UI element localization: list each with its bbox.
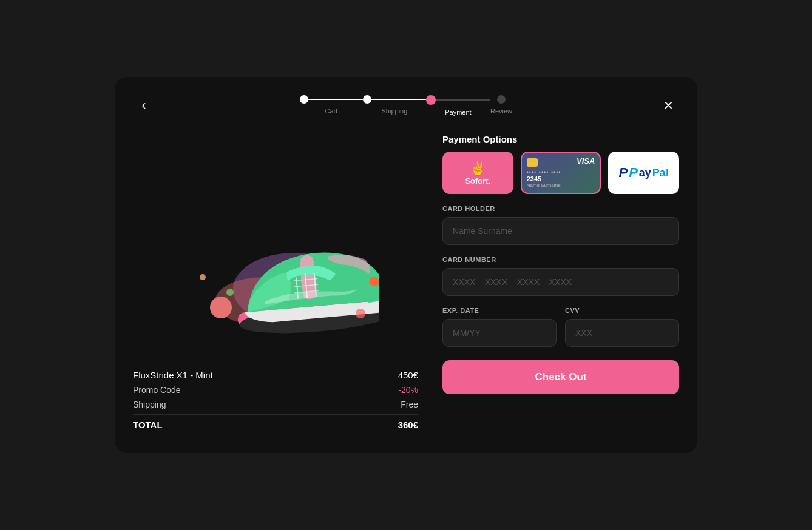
checkout-button[interactable]: Check Out <box>442 360 679 394</box>
product-row: FluxStride X1 - Mint 450€ <box>133 370 418 380</box>
step-label-review: Review <box>490 107 512 115</box>
payment-options-title: Payment Options <box>442 134 679 144</box>
cvv-input[interactable] <box>565 319 679 347</box>
product-image <box>172 156 379 338</box>
shipping-row: Shipping Free <box>133 400 418 409</box>
step-label-shipping: Shipping <box>382 107 408 115</box>
main-content: FluxStride X1 - Mint 450€ Promo Code -20… <box>133 134 679 435</box>
sofort-content: ✌️ Sofort. <box>465 161 490 186</box>
credit-holder-name: Name Surname <box>527 183 561 188</box>
exp-cvv-row: EXP. DATE CVV <box>442 307 679 347</box>
cvv-group: CVV <box>565 307 679 347</box>
step-label-payment: Payment <box>445 109 471 116</box>
total-label: TOTAL <box>133 420 163 430</box>
payment-option-paypal[interactable]: P P ay Pal <box>608 152 679 194</box>
card-holder-label: CARD HOLDER <box>442 205 679 212</box>
payment-option-credit[interactable]: VISA •••• •••• •••• 2345 Name Surname <box>521 152 601 194</box>
paypal-label-2: Pal <box>652 167 669 179</box>
step-line-2 <box>371 99 426 100</box>
product-price: 450€ <box>398 370 418 380</box>
payment-options-section: Payment Options ✌️ Sofort. VISA •••• •••… <box>442 134 679 194</box>
promo-row: Promo Code -20% <box>133 385 418 395</box>
step-review: Review <box>490 95 512 115</box>
promo-discount: -20% <box>398 385 418 395</box>
sofort-label: Sofort. <box>465 176 490 186</box>
shipping-label: Shipping <box>133 400 166 409</box>
card-number-group: CARD NUMBER <box>442 256 679 296</box>
payment-options-list: ✌️ Sofort. VISA •••• •••• •••• 2345 Name… <box>442 152 679 194</box>
step-dot-shipping <box>363 95 371 104</box>
payment-option-sofort[interactable]: ✌️ Sofort. <box>442 152 513 194</box>
credit-chip-icon <box>527 158 538 167</box>
card-holder-group: CARD HOLDER <box>442 205 679 245</box>
exp-date-input[interactable] <box>442 319 557 347</box>
total-row: TOTAL 360€ <box>133 414 418 430</box>
svg-point-17 <box>356 309 365 318</box>
step-cart: Cart <box>300 95 363 115</box>
card-number-input[interactable] <box>442 268 679 296</box>
right-panel: Payment Options ✌️ Sofort. VISA •••• •••… <box>442 134 679 435</box>
paypal-content: P P ay Pal <box>618 165 668 181</box>
svg-point-3 <box>210 297 232 318</box>
credit-number: 2345 <box>527 175 541 183</box>
total-value: 360€ <box>398 420 418 430</box>
paypal-icon: P <box>618 165 628 181</box>
promo-label: Promo Code <box>133 385 181 395</box>
visa-logo: VISA <box>577 156 595 166</box>
exp-date-label: EXP. DATE <box>442 307 557 314</box>
step-payment: Payment <box>426 95 490 116</box>
svg-point-18 <box>200 274 206 280</box>
step-dot-payment <box>426 95 436 105</box>
exp-date-group: EXP. DATE <box>442 307 557 347</box>
shipping-value: Free <box>401 400 418 409</box>
step-line-1 <box>308 99 363 100</box>
step-line-3 <box>436 99 490 101</box>
card-number-label: CARD NUMBER <box>442 256 679 263</box>
close-button[interactable]: ✕ <box>657 95 679 116</box>
sofort-wave-icon: ✌️ <box>470 161 486 176</box>
product-name: FluxStride X1 - Mint <box>133 370 213 380</box>
shoe-illustration <box>172 156 379 338</box>
paypal-label: ay <box>639 167 651 179</box>
back-button[interactable]: ‹ <box>133 95 155 116</box>
step-label-cart: Cart <box>325 107 338 115</box>
step-shipping: Shipping <box>363 95 426 115</box>
card-holder-input[interactable] <box>442 217 679 245</box>
left-panel: FluxStride X1 - Mint 450€ Promo Code -20… <box>133 134 418 435</box>
checkout-modal: ‹ Cart Shipping <box>115 77 697 453</box>
paypal-icon-2: P <box>629 165 638 181</box>
stepper: Cart Shipping Payment <box>300 95 512 116</box>
svg-point-16 <box>226 289 234 296</box>
step-dot-review <box>497 95 506 104</box>
step-dot-cart <box>300 95 308 104</box>
header: ‹ Cart Shipping <box>133 95 679 116</box>
cvv-label: CVV <box>565 307 679 314</box>
credit-dots: •••• •••• •••• <box>527 169 561 175</box>
product-image-area <box>133 134 418 360</box>
order-summary: FluxStride X1 - Mint 450€ Promo Code -20… <box>133 360 418 435</box>
